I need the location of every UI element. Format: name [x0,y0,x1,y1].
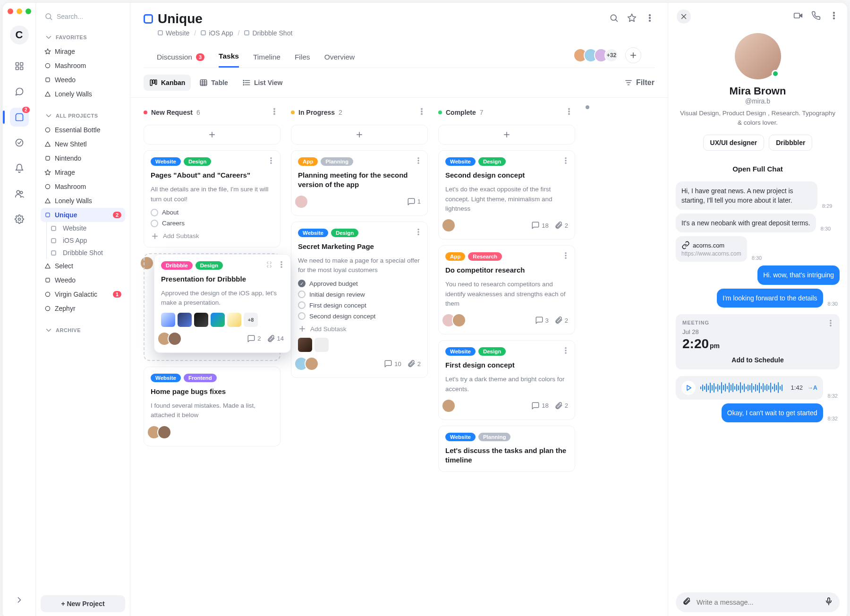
tag-website[interactable]: Website [298,229,328,237]
close-chat-button[interactable] [677,9,691,24]
message-outgoing[interactable]: Hi. wow, that's intriguing [757,265,840,284]
sidebar-item-new-shtetl[interactable]: New Shtetl [41,137,125,151]
voice-record-button[interactable] [824,597,833,607]
tab-overview[interactable]: Overview [324,47,355,67]
card-more-button[interactable] [267,156,275,167]
view-table-button[interactable]: Table [194,75,234,91]
rail-notifications-button[interactable] [10,159,29,178]
tag-app[interactable]: App [298,157,318,166]
rail-projects-button[interactable]: 2 [10,108,29,127]
sidebar-item-mirage[interactable]: Mirage [41,44,125,59]
checkbox-icon[interactable] [298,301,306,309]
card-more-button[interactable] [561,251,570,262]
add-card-button[interactable] [438,125,575,145]
tag-planning[interactable]: Planning [321,157,353,166]
tab-timeline[interactable]: Timeline [253,47,280,67]
profile-avatar[interactable] [735,33,781,79]
comments-count[interactable]: 18 [531,402,548,410]
subtask[interactable]: Second design concept [298,312,421,320]
view-list-button[interactable]: List View [237,75,288,91]
sidebar-item-select[interactable]: Select [41,259,125,273]
tab-tasks[interactable]: Tasks [219,46,239,68]
task-card[interactable]: WebsiteDesign Second design concept Let'… [438,150,575,240]
tag-planning[interactable]: Planning [478,433,511,441]
rail-checklist-button[interactable] [10,133,29,152]
checkbox-icon[interactable] [298,291,306,298]
tag-app[interactable]: App [445,252,465,261]
attach-button[interactable] [682,597,691,607]
sidebar-subitem[interactable]: Dribbble Shot [41,247,125,259]
tag-frontend[interactable]: Frontend [184,374,217,382]
add-card-button[interactable] [144,125,280,145]
breadcrumb-item[interactable]: Website [158,29,189,37]
breadcrumb-item[interactable]: iOS App [201,29,233,37]
profile-tag[interactable]: UX/UI designer [703,135,765,151]
project-more-button[interactable] [645,13,654,25]
attachment-thumbnails[interactable] [298,338,421,352]
comments-count[interactable]: 3 [535,316,549,325]
tag-website[interactable]: Website [151,157,181,166]
rail-expand-button[interactable] [10,590,29,609]
add-card-button[interactable] [291,125,428,145]
chat-more-button[interactable] [829,11,839,22]
breadcrumb-item[interactable]: Dribbble Shot [244,29,292,37]
attachments-count[interactable]: 2 [554,221,568,230]
task-card[interactable]: WebsiteFrontend Home page bugs fixes I f… [144,367,280,446]
open-full-chat-button[interactable]: Open Full Chat [668,157,847,178]
message-outgoing[interactable]: Okay, I can't wait to get started [722,403,823,422]
tag-website[interactable]: Website [445,347,476,356]
profile-tag[interactable]: Dribbbler [769,135,812,151]
card-more-button[interactable] [561,346,570,357]
thumbnails-more[interactable]: +8 [244,313,258,327]
view-kanban-button[interactable]: Kanban [144,75,191,91]
comments-count[interactable]: 18 [531,221,548,230]
favorite-project-button[interactable] [627,13,637,25]
task-card[interactable]: WebsiteDesign First design concept Let's… [438,340,575,420]
tag-design[interactable]: Design [478,157,506,166]
subtask[interactable]: Initial design review [298,291,421,298]
subtask[interactable]: Approved budget [298,280,421,287]
tag-website[interactable]: Website [445,433,476,441]
tag-research[interactable]: Research [468,252,502,261]
compose-input[interactable] [697,599,819,606]
close-window-icon[interactable] [8,9,13,14]
rail-dashboard-button[interactable] [10,57,29,76]
sidebar-subitem[interactable]: iOS App [41,234,125,247]
link-preview[interactable]: acorns.comhttps://www.acorns.com [676,236,747,262]
checkbox-icon[interactable] [298,312,306,320]
card-more-button[interactable] [414,156,423,167]
task-card[interactable]: WebsitePlanning Let's discuss the tasks … [438,426,575,472]
tag-design[interactable]: Design [478,347,506,356]
new-project-button[interactable]: + New Project [41,595,125,612]
sidebar-item-mashroom[interactable]: Mashroom [41,180,125,194]
transcribe-button[interactable]: →A [808,385,817,391]
tab-files[interactable]: Files [295,47,310,67]
task-card[interactable]: AppResearch Do competitor research You n… [438,245,575,334]
tag-design[interactable]: Design [184,157,211,166]
drag-handle-icon[interactable] [265,260,273,271]
play-button[interactable] [681,381,696,395]
comments-count[interactable]: 1 [407,197,421,206]
sidebar-item-zephyr[interactable]: Zephyr [41,301,125,316]
sidebar-item-weedo[interactable]: Weedo [41,73,125,87]
archive-toggle[interactable]: ARCHIVE [41,323,125,337]
subtask[interactable]: About [151,209,273,216]
message-list[interactable]: Hi, I have great news. A new project is … [668,178,847,586]
add-subtask-button[interactable]: Add Subtask [298,325,421,333]
sidebar-item-weedo[interactable]: Weedo [41,273,125,287]
rail-settings-button[interactable] [10,210,29,229]
meeting-card[interactable]: MEETING Jul 28 2:20pm Add to Schedule [676,314,840,369]
sidebar-item-unique[interactable]: Unique2 [41,208,125,222]
checkbox-icon[interactable] [151,209,158,216]
card-more-button[interactable] [277,260,286,271]
avatar-more[interactable]: +32 [604,48,619,62]
video-call-button[interactable] [793,11,803,22]
comments-count[interactable]: 2 [247,334,261,343]
maximize-window-icon[interactable] [26,9,31,14]
sidebar-subitem[interactable]: Website [41,222,125,234]
attachments-count[interactable]: 14 [267,334,284,343]
rail-chat-button[interactable] [10,82,29,101]
tag-website[interactable]: Website [151,374,181,382]
add-to-schedule-button[interactable]: Add to Schedule [682,356,833,364]
column-more-button[interactable] [268,105,280,119]
